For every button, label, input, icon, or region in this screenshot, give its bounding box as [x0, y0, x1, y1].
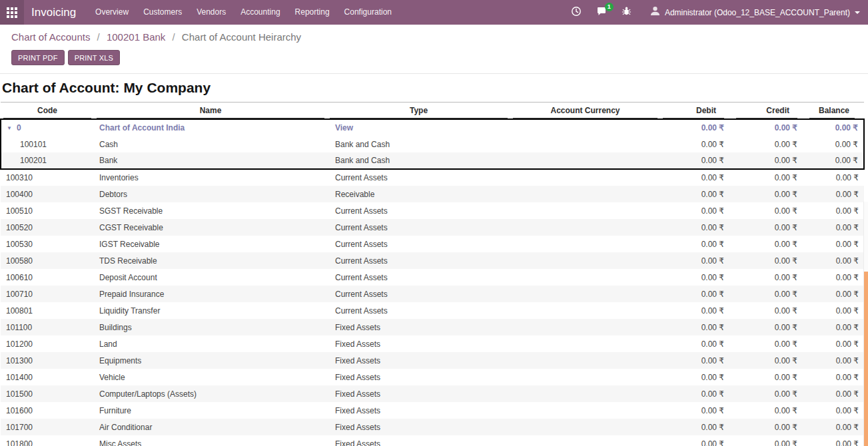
account-row[interactable]: 101400 Vehicle Fixed Assets 0.00 ₹ 0.00 … [1, 369, 864, 385]
account-balance: 0.00 ₹ [807, 136, 864, 152]
account-type: Current Assets [327, 236, 510, 252]
account-credit: 0.00 ₹ [733, 302, 807, 319]
account-type: Current Assets [327, 286, 510, 302]
account-row[interactable]: 101600 Furniture Fixed Assets 0.00 ₹ 0.0… [1, 402, 864, 419]
account-credit: 0.00 ₹ [733, 152, 807, 169]
account-debit: 0.00 ₹ [660, 152, 733, 169]
account-row[interactable]: 101800 Misc Assets Fixed Assets 0.00 ₹ 0… [1, 435, 864, 446]
account-debit: 0.00 ₹ [660, 202, 733, 219]
account-name: CGST Receivable [94, 219, 327, 236]
account-row[interactable]: 100310 Inventories Current Assets 0.00 ₹… [1, 169, 864, 186]
account-debit: 0.00 ₹ [660, 252, 733, 269]
account-row[interactable]: ▼0 Chart of Account India View 0.00 ₹ 0.… [1, 119, 864, 136]
user-menu[interactable]: Administrator (Odoo_12_BASE_ACCOUNT_Pare… [650, 5, 860, 19]
menu-vendors[interactable]: Vendors [189, 0, 233, 25]
account-row[interactable]: 100710 Prepaid Insurance Current Assets … [1, 286, 864, 302]
account-row[interactable]: 100201 Bank Bank and Cash 0.00 ₹ 0.00 ₹ … [1, 152, 864, 169]
print-xls-button[interactable]: PRINT XLS [68, 50, 120, 65]
account-name: Air Conditionar [94, 419, 327, 435]
vertical-scrollbar[interactable] [863, 202, 868, 446]
account-type: Current Assets [327, 219, 510, 236]
user-name: Administrator (Odoo_12_BASE_ACCOUNT_Pare… [665, 8, 850, 17]
account-name: Land [94, 335, 327, 352]
message-count-badge: 1 [605, 3, 614, 11]
account-balance: 0.00 ₹ [807, 202, 864, 219]
account-currency [510, 319, 660, 335]
account-credit: 0.00 ₹ [733, 202, 807, 219]
account-debit: 0.00 ₹ [660, 402, 733, 419]
control-panel: Chart of Accounts / 100201 Bank / Chart … [0, 25, 868, 74]
account-row[interactable]: 101700 Air Conditionar Fixed Assets 0.00… [1, 419, 864, 435]
account-type: Current Assets [327, 252, 510, 269]
account-row[interactable]: 100510 SGST Receivable Current Assets 0.… [1, 202, 864, 219]
cell-code: 100201 [1, 152, 94, 169]
account-balance: 0.00 ₹ [807, 335, 864, 352]
menu-overview[interactable]: Overview [88, 0, 136, 25]
account-type: Fixed Assets [327, 385, 510, 402]
account-currency [510, 402, 660, 419]
account-name: Buildings [94, 319, 327, 335]
account-credit: 0.00 ₹ [733, 169, 807, 186]
scrollbar-thumb[interactable] [864, 272, 868, 446]
account-row[interactable]: 100580 TDS Receivable Current Assets 0.0… [1, 252, 864, 269]
messages-button[interactable]: 1 [589, 0, 614, 25]
account-row[interactable]: 100101 Cash Bank and Cash 0.00 ₹ 0.00 ₹ … [1, 136, 864, 152]
account-credit: 0.00 ₹ [733, 435, 807, 446]
header-type: Type [327, 103, 510, 120]
app-name[interactable]: Invoicing [31, 6, 76, 19]
apps-menu-button[interactable] [0, 0, 24, 25]
breadcrumb: Chart of Accounts / 100201 Bank / Chart … [11, 31, 857, 43]
account-debit: 0.00 ₹ [660, 352, 733, 369]
account-row[interactable]: 100400 Debtors Receivable 0.00 ₹ 0.00 ₹ … [1, 186, 864, 202]
account-type: Current Assets [327, 202, 510, 219]
account-row[interactable]: 101200 Land Fixed Assets 0.00 ₹ 0.00 ₹ 0… [1, 335, 864, 352]
account-credit: 0.00 ₹ [733, 385, 807, 402]
account-type: Fixed Assets [327, 369, 510, 385]
account-row[interactable]: 101500 Computer/Laptops (Assets) Fixed A… [1, 385, 864, 402]
menu-accounting[interactable]: Accounting [233, 0, 287, 25]
account-name: Vehicle [94, 369, 327, 385]
account-code: 100310 [6, 173, 33, 182]
menu-reporting[interactable]: Reporting [288, 0, 337, 25]
cell-code: 101400 [1, 369, 94, 385]
account-row[interactable]: 100520 CGST Receivable Current Assets 0.… [1, 219, 864, 236]
account-row[interactable]: 101100 Buildings Fixed Assets 0.00 ₹ 0.0… [1, 319, 864, 335]
cell-code: 100610 [1, 269, 94, 286]
account-debit: 0.00 ₹ [660, 435, 733, 446]
account-balance: 0.00 ₹ [807, 352, 864, 369]
debug-button[interactable] [614, 0, 639, 25]
account-currency [510, 219, 660, 236]
account-currency [510, 152, 660, 169]
account-code: 100710 [6, 290, 33, 299]
account-balance: 0.00 ₹ [807, 435, 864, 446]
account-row[interactable]: 101300 Equipments Fixed Assets 0.00 ₹ 0.… [1, 352, 864, 369]
activities-button[interactable] [564, 0, 589, 25]
header-code: Code [1, 103, 94, 120]
cell-code: 101700 [1, 419, 94, 435]
account-balance: 0.00 ₹ [807, 252, 864, 269]
table-header-row: Code Name Type Account Currency Debit Cr… [1, 103, 864, 120]
breadcrumb-bank[interactable]: 100201 Bank [107, 31, 165, 43]
account-name: Deposit Account [94, 269, 327, 286]
expand-caret[interactable]: ▼ [7, 125, 12, 131]
menu-customers[interactable]: Customers [136, 0, 189, 25]
account-name: Misc Assets [94, 435, 327, 446]
account-row[interactable]: 100801 Liquidity Transfer Current Assets… [1, 302, 864, 319]
account-name: Inventories [94, 169, 327, 186]
account-row[interactable]: 100530 IGST Receivable Current Assets 0.… [1, 236, 864, 252]
breadcrumb-current: Chart of Account Heirarchy [182, 31, 301, 43]
account-code: 100400 [6, 190, 33, 199]
account-balance: 0.00 ₹ [807, 152, 864, 169]
account-type: Current Assets [327, 169, 510, 186]
breadcrumb-chart-of-accounts[interactable]: Chart of Accounts [11, 31, 90, 43]
cell-code: 100310 [1, 169, 94, 186]
account-currency [510, 419, 660, 435]
account-name: Liquidity Transfer [94, 302, 327, 319]
print-pdf-button[interactable]: PRINT PDF [11, 50, 65, 65]
account-row[interactable]: 100610 Deposit Account Current Assets 0.… [1, 269, 864, 286]
account-code: 101200 [6, 339, 33, 349]
account-credit: 0.00 ₹ [733, 136, 807, 152]
menu-configuration[interactable]: Configuration [337, 0, 399, 25]
account-credit: 0.00 ₹ [733, 369, 807, 385]
account-debit: 0.00 ₹ [660, 419, 733, 435]
